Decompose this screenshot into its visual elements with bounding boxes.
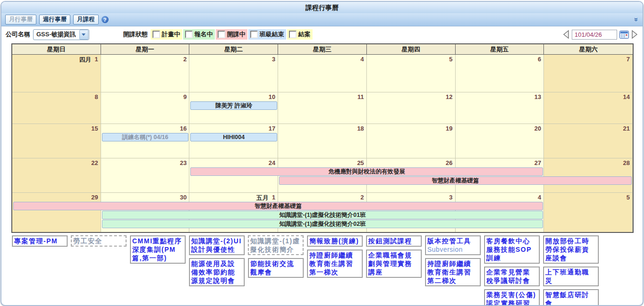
day-cell[interactable]: 4 [278,55,367,92]
course-item[interactable]: 智慧飯店研討會 [543,289,599,306]
day-cell[interactable]: 3 [189,55,278,92]
course-item[interactable]: 簡報致勝(演練) [307,235,363,247]
view-toolbar-buttons: 月行事曆週行事曆月課程 [5,15,99,25]
prev-date-icon[interactable] [563,30,569,39]
day-header-6: 星期六 [544,44,633,55]
day-number: 2 [361,194,364,201]
day-cell[interactable]: 19 [367,124,456,158]
status-checkbox-class-ended[interactable] [250,31,258,38]
status-chip-label: 報名中 [195,30,213,39]
day-cell[interactable]: 18 [278,124,367,158]
day-cell[interactable]: 11 [278,92,367,124]
day-cell[interactable]: 9 [101,92,190,124]
status-chip-label: 班級結束 [260,30,284,39]
course-item[interactable]: 上下班通勤職災 [543,266,599,286]
event-bars-layer: 智慧財產權基礎篇知識講堂-(1)虛擬化技術簡介01班知識講堂-(1)虛擬化技術簡… [12,202,633,232]
legend-column-4: 知識講堂-(1)虛擬化技術簡介節能技術交流觀摩會 [248,235,304,278]
day-number: 23 [180,159,186,166]
status-label: 開課狀態 [123,30,148,39]
day-cell[interactable]: 2 [101,55,190,92]
day-header-5: 星期五 [456,44,544,55]
company-select[interactable]: GSS-敏揚資訊 [33,29,89,40]
day-cell[interactable]: 12 [367,92,456,124]
day-number: 7 [627,56,630,63]
event-bar[interactable]: 智慧財產權基礎篇 [13,202,543,210]
day-cell[interactable]: 5 [367,55,456,92]
day-number: 17 [269,125,275,132]
week-calendar-button[interactable]: 週行事曆 [39,15,70,25]
day-number: 26 [446,159,452,166]
day-cell[interactable]: 6 [456,55,544,92]
course-item[interactable]: 能源使用及設備效率節約能源規定說明會 [189,258,245,286]
day-cell[interactable]: 四月1 [12,55,101,92]
event-bar[interactable]: 訓練名稱(*) 04/16 [102,133,189,141]
course-item[interactable]: 知識講堂-(1)虛擬化技術簡介 [248,235,304,255]
help-icon[interactable]: ? [102,16,109,23]
day-number: 1 [94,56,98,63]
day-number: 21 [623,125,630,132]
day-number: 8 [94,93,98,100]
month-calendar-button[interactable]: 月行事曆 [5,15,36,25]
status-checkbox-closed[interactable] [289,31,297,38]
day-cell[interactable]: 15 [12,124,101,158]
day-cell[interactable]: 23 [101,158,190,193]
course-item[interactable]: CMMI重點程序深度集訓(PM篇,第一部) [130,235,186,264]
course-item[interactable]: 持證廚師繼續教育衛生講習第二梯次 [425,258,481,286]
day-number: 19 [446,125,452,132]
day-header-3: 星期三 [278,44,367,55]
course-item[interactable]: 業務災害(公傷)認定實務研習班 [484,289,540,306]
course-item[interactable]: 節能技術交流觀摩會 [248,258,304,278]
event-bar[interactable]: 危機應對與財稅法的有效發展 [190,167,543,176]
event-bar[interactable]: HIHI004 [190,133,277,141]
status-chip-label: 計畫中 [162,30,180,39]
status-checkbox-enrolling[interactable] [185,31,193,38]
status-checkbox-planning[interactable] [153,31,160,38]
status-checkbox-group: 計畫中報名中開課中班級結束結案 [151,29,314,40]
day-cell[interactable]: 7 [544,55,633,92]
day-number: 10 [269,93,275,100]
month-label: 五月 [256,194,269,202]
course-item[interactable]: 版本控管工具Subversion [425,235,481,255]
course-item[interactable]: 企業職福會規劃與管理實務講座 [366,249,422,278]
event-bar[interactable]: 知識講堂-(1)虛擬化技術簡介02班 [102,220,543,228]
day-cell[interactable]: 5 [544,193,633,232]
day-number: 6 [538,56,541,63]
chevron-down-icon [79,30,88,40]
day-cell[interactable]: 28 [544,158,633,193]
course-calendar-window: 課程行事曆 月行事曆週行事曆月課程 ? » 公司名稱 GSS-敏揚資訊 開課狀態… [0,1,644,306]
course-item[interactable]: 持證廚師繼續教育衛生講習第一梯次 [307,249,363,278]
day-number: 18 [357,125,364,132]
course-item[interactable]: 開放部份工時勞保投保薪資座談會 [543,235,599,264]
collapse-panel-icon[interactable]: » [632,17,640,20]
day-number: 29 [91,194,98,201]
event-bar[interactable]: 陳美芳 許淑玲 [190,101,277,110]
date-input[interactable] [572,30,617,40]
day-cell[interactable]: 22 [12,158,101,193]
day-cell[interactable]: 29 [12,193,101,232]
course-item[interactable]: 知識講堂-(2)UI設計與優使性 [189,235,245,255]
date-navigation [563,30,638,40]
calendar-picker-icon[interactable] [619,31,629,39]
course-item[interactable]: 按鈕測試課程 [366,235,422,247]
day-number: 4 [361,56,364,63]
day-cell[interactable]: 13 [456,92,544,124]
event-bar[interactable]: 智慧財產權基礎篇 [279,176,632,185]
course-item[interactable]: 勞工安全 [71,235,127,247]
week-row-3: 22232425262728危機應對與財稅法的有效發展智慧財產權基礎篇 [12,158,633,193]
day-number: 14 [623,93,630,100]
day-cell[interactable]: 8 [12,92,101,124]
day-cell[interactable]: 14 [544,92,633,124]
next-date-icon[interactable] [631,30,638,39]
month-course-button[interactable]: 月課程 [73,15,99,25]
day-cell[interactable]: 20 [456,124,544,158]
legend-column-7: 版本控管工具Subversion持證廚師繼續教育衛生講習第二梯次 [425,235,481,286]
day-number: 15 [91,125,98,132]
status-checkbox-in-session[interactable] [218,31,225,38]
course-item[interactable]: 客房餐飲中心服務技能SOP訓練 [484,235,540,264]
course-item[interactable]: 專案管理-PM [12,235,68,247]
event-bar[interactable]: 知識講堂-(1)虛擬化技術簡介01班 [102,211,543,219]
week-row-1: 891011121314陳美芳 許淑玲 [12,92,633,124]
course-item[interactable]: 企業常見營業稅爭議研討會 [484,266,540,286]
day-cell[interactable]: 21 [544,124,633,158]
day-header-0: 星期日 [12,44,101,55]
